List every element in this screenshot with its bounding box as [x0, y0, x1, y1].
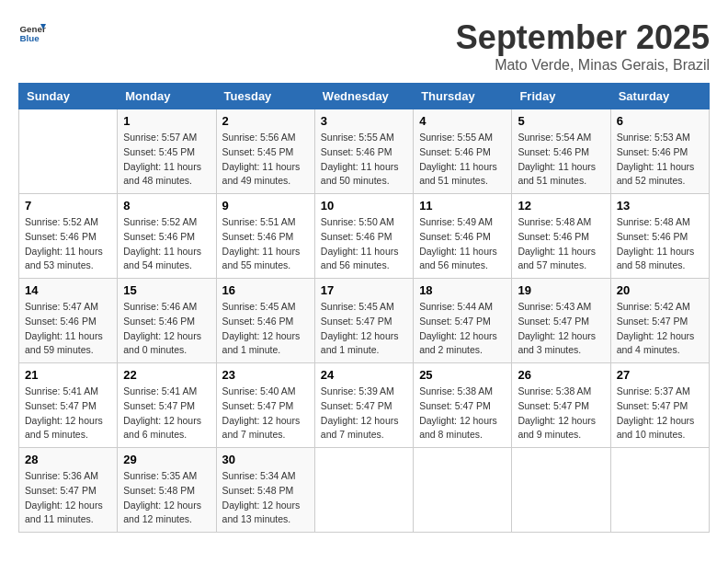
calendar-cell: 7Sunrise: 5:52 AM Sunset: 5:46 PM Daylig…: [19, 194, 118, 279]
calendar-cell: 11Sunrise: 5:49 AM Sunset: 5:46 PM Dayli…: [414, 194, 512, 279]
calendar-cell: 21Sunrise: 5:41 AM Sunset: 5:47 PM Dayli…: [19, 363, 118, 448]
day-info: Sunrise: 5:48 AM Sunset: 5:46 PM Dayligh…: [518, 215, 604, 273]
calendar-cell: 4Sunrise: 5:55 AM Sunset: 5:46 PM Daylig…: [414, 109, 512, 194]
calendar-cell: 26Sunrise: 5:38 AM Sunset: 5:47 PM Dayli…: [512, 363, 610, 448]
calendar-cell: 9Sunrise: 5:51 AM Sunset: 5:46 PM Daylig…: [216, 194, 314, 279]
day-number: 30: [222, 453, 309, 466]
day-info: Sunrise: 5:39 AM Sunset: 5:47 PM Dayligh…: [321, 385, 407, 442]
calendar-cell: 19Sunrise: 5:43 AM Sunset: 5:47 PM Dayli…: [512, 279, 610, 363]
calendar-cell: [512, 448, 610, 533]
day-number: 12: [518, 199, 604, 213]
day-info: Sunrise: 5:38 AM Sunset: 5:47 PM Dayligh…: [419, 385, 506, 442]
day-number: 14: [25, 283, 111, 297]
day-number: 1: [123, 114, 210, 128]
calendar-cell: 22Sunrise: 5:41 AM Sunset: 5:47 PM Dayli…: [118, 363, 216, 448]
calendar-cell: 5Sunrise: 5:54 AM Sunset: 5:46 PM Daylig…: [512, 109, 610, 194]
logo: General Blue: [18, 18, 46, 46]
weekday-header: Friday: [512, 84, 610, 109]
day-info: Sunrise: 5:37 AM Sunset: 5:47 PM Dayligh…: [617, 385, 703, 442]
calendar-cell: 1Sunrise: 5:57 AM Sunset: 5:45 PM Daylig…: [118, 109, 216, 194]
day-number: 29: [123, 453, 210, 466]
day-info: Sunrise: 5:45 AM Sunset: 5:47 PM Dayligh…: [321, 300, 407, 358]
calendar-cell: 25Sunrise: 5:38 AM Sunset: 5:47 PM Dayli…: [414, 363, 512, 448]
calendar-subtitle: Mato Verde, Minas Gerais, Brazil: [456, 57, 710, 74]
calendar-cell: 17Sunrise: 5:45 AM Sunset: 5:47 PM Dayli…: [314, 279, 413, 363]
day-number: 8: [123, 199, 210, 213]
day-number: 23: [222, 368, 309, 382]
day-number: 4: [419, 114, 506, 128]
calendar-cell: 16Sunrise: 5:45 AM Sunset: 5:46 PM Dayli…: [216, 279, 314, 363]
day-info: Sunrise: 5:52 AM Sunset: 5:46 PM Dayligh…: [25, 215, 111, 273]
calendar-cell: 8Sunrise: 5:52 AM Sunset: 5:46 PM Daylig…: [118, 194, 216, 279]
calendar-table: SundayMondayTuesdayWednesdayThursdayFrid…: [18, 83, 710, 533]
day-info: Sunrise: 5:53 AM Sunset: 5:46 PM Dayligh…: [617, 131, 703, 189]
weekday-header: Saturday: [610, 84, 709, 109]
day-number: 7: [25, 199, 111, 213]
day-info: Sunrise: 5:38 AM Sunset: 5:47 PM Dayligh…: [518, 385, 604, 442]
calendar-cell: 18Sunrise: 5:44 AM Sunset: 5:47 PM Dayli…: [414, 279, 512, 363]
calendar-header-row: SundayMondayTuesdayWednesdayThursdayFrid…: [19, 84, 710, 109]
calendar-cell: [414, 448, 512, 533]
calendar-cell: 27Sunrise: 5:37 AM Sunset: 5:47 PM Dayli…: [610, 363, 709, 448]
day-number: 11: [419, 199, 506, 213]
day-info: Sunrise: 5:47 AM Sunset: 5:46 PM Dayligh…: [25, 300, 111, 358]
calendar-cell: [314, 448, 413, 533]
day-number: 25: [419, 368, 506, 382]
calendar-cell: 3Sunrise: 5:55 AM Sunset: 5:46 PM Daylig…: [314, 109, 413, 194]
calendar-cell: 10Sunrise: 5:50 AM Sunset: 5:46 PM Dayli…: [314, 194, 413, 279]
day-info: Sunrise: 5:56 AM Sunset: 5:45 PM Dayligh…: [222, 131, 309, 189]
calendar-title: September 2025: [456, 18, 710, 57]
weekday-header: Tuesday: [216, 84, 314, 109]
day-info: Sunrise: 5:46 AM Sunset: 5:46 PM Dayligh…: [123, 300, 210, 358]
weekday-header: Monday: [118, 84, 216, 109]
day-info: Sunrise: 5:41 AM Sunset: 5:47 PM Dayligh…: [25, 385, 111, 442]
weekday-header: Thursday: [414, 84, 512, 109]
calendar-cell: 24Sunrise: 5:39 AM Sunset: 5:47 PM Dayli…: [314, 363, 413, 448]
day-info: Sunrise: 5:57 AM Sunset: 5:45 PM Dayligh…: [123, 131, 210, 189]
calendar-cell: 28Sunrise: 5:36 AM Sunset: 5:47 PM Dayli…: [19, 448, 118, 533]
day-number: 28: [25, 453, 111, 466]
day-info: Sunrise: 5:49 AM Sunset: 5:46 PM Dayligh…: [419, 215, 506, 273]
day-number: 9: [222, 199, 309, 213]
day-info: Sunrise: 5:36 AM Sunset: 5:47 PM Dayligh…: [25, 469, 111, 527]
day-info: Sunrise: 5:34 AM Sunset: 5:48 PM Dayligh…: [222, 469, 309, 527]
day-number: 3: [321, 114, 407, 128]
calendar-week-row: 14Sunrise: 5:47 AM Sunset: 5:46 PM Dayli…: [19, 279, 710, 363]
day-number: 15: [123, 283, 210, 297]
calendar-cell: 20Sunrise: 5:42 AM Sunset: 5:47 PM Dayli…: [610, 279, 709, 363]
day-number: 5: [518, 114, 604, 128]
day-number: 10: [321, 199, 407, 213]
weekday-header: Sunday: [19, 84, 118, 109]
day-number: 17: [321, 283, 407, 297]
calendar-cell: 12Sunrise: 5:48 AM Sunset: 5:46 PM Dayli…: [512, 194, 610, 279]
calendar-cell: 29Sunrise: 5:35 AM Sunset: 5:48 PM Dayli…: [118, 448, 216, 533]
day-number: 22: [123, 368, 210, 382]
page-header: General Blue September 2025 Mato Verde, …: [18, 18, 710, 74]
day-info: Sunrise: 5:44 AM Sunset: 5:47 PM Dayligh…: [419, 300, 506, 358]
calendar-cell: 2Sunrise: 5:56 AM Sunset: 5:45 PM Daylig…: [216, 109, 314, 194]
weekday-header: Wednesday: [314, 84, 413, 109]
logo-icon: General Blue: [18, 18, 46, 46]
day-info: Sunrise: 5:48 AM Sunset: 5:46 PM Dayligh…: [617, 215, 703, 273]
calendar-cell: [19, 109, 118, 194]
calendar-cell: 23Sunrise: 5:40 AM Sunset: 5:47 PM Dayli…: [216, 363, 314, 448]
day-info: Sunrise: 5:55 AM Sunset: 5:46 PM Dayligh…: [321, 131, 407, 189]
svg-text:Blue: Blue: [20, 33, 40, 43]
calendar-week-row: 1Sunrise: 5:57 AM Sunset: 5:45 PM Daylig…: [19, 109, 710, 194]
day-number: 24: [321, 368, 407, 382]
calendar-week-row: 7Sunrise: 5:52 AM Sunset: 5:46 PM Daylig…: [19, 194, 710, 279]
day-number: 2: [222, 114, 309, 128]
day-number: 18: [419, 283, 506, 297]
day-number: 21: [25, 368, 111, 382]
day-info: Sunrise: 5:51 AM Sunset: 5:46 PM Dayligh…: [222, 215, 309, 273]
calendar-week-row: 28Sunrise: 5:36 AM Sunset: 5:47 PM Dayli…: [19, 448, 710, 533]
day-number: 6: [617, 114, 703, 128]
day-info: Sunrise: 5:55 AM Sunset: 5:46 PM Dayligh…: [419, 131, 506, 189]
day-info: Sunrise: 5:40 AM Sunset: 5:47 PM Dayligh…: [222, 385, 309, 442]
day-info: Sunrise: 5:54 AM Sunset: 5:46 PM Dayligh…: [518, 131, 604, 189]
day-number: 26: [518, 368, 604, 382]
day-number: 16: [222, 283, 309, 297]
day-info: Sunrise: 5:43 AM Sunset: 5:47 PM Dayligh…: [518, 300, 604, 358]
day-number: 20: [617, 283, 703, 297]
calendar-cell: [610, 448, 709, 533]
